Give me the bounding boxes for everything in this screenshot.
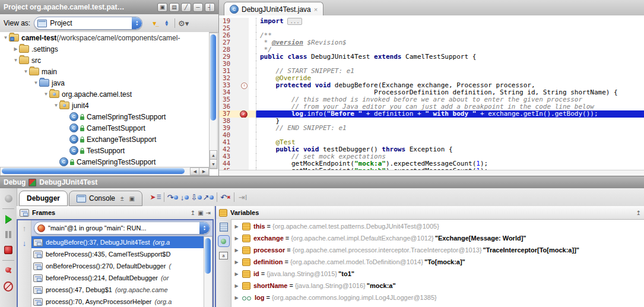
fold-column[interactable]	[249, 132, 256, 139]
auto-variables-mode-icon[interactable]	[218, 235, 230, 247]
editor-tab[interactable]: C DebugJUnit4Test.java ×	[224, 2, 323, 16]
frame-row[interactable]: process():47, Debug$1 (org.apache.came	[31, 284, 205, 296]
code-area[interactable]: 19import ...2526/**27 * @version $Revisi…	[219, 15, 644, 170]
fold-column[interactable]	[249, 18, 256, 25]
fold-column[interactable]	[249, 25, 256, 32]
variable-row[interactable]: ▶definition = {org.apache.camel.model.To…	[231, 256, 644, 268]
fold-column[interactable]	[249, 125, 256, 132]
fold-column[interactable]	[249, 46, 256, 53]
float-window-icon[interactable]: ▣	[157, 3, 167, 12]
frames-float-icon[interactable]: ▣	[198, 210, 203, 216]
minimize-icon[interactable]: ─	[193, 3, 203, 12]
code-line[interactable]: 19import ...	[219, 18, 644, 25]
expand-triangle-icon[interactable]: ▶	[234, 283, 239, 289]
mute-breakpoints-icon[interactable]	[4, 281, 13, 291]
hide-icon[interactable]: ┤	[205, 3, 215, 12]
dropdown-stepper-icon[interactable]: ▲▼	[132, 17, 142, 29]
evaluate-expression-icon[interactable]	[219, 222, 229, 232]
tree-expand-arrow-icon[interactable]: ▼	[12, 58, 19, 63]
tree-expand-arrow-icon[interactable]: ▼	[2, 35, 9, 40]
run-to-cursor-icon[interactable]: ⇥I	[237, 191, 249, 203]
code-line[interactable]: 37✔ log.info("Before " + definition + " …	[219, 110, 644, 118]
fold-column[interactable]	[249, 61, 256, 68]
pop-frame-icon[interactable]: ↶✖	[220, 191, 231, 203]
view-breakpoints-icon[interactable]	[4, 266, 13, 276]
tree-expand-arrow-icon[interactable]: ▼	[33, 80, 39, 86]
pause-icon[interactable]	[4, 230, 13, 239]
expand-triangle-icon[interactable]: ▶	[234, 224, 239, 229]
expand-triangle-icon[interactable]: ▶	[234, 271, 239, 277]
expand-triangle-icon[interactable]: ▶	[234, 236, 239, 241]
frame-down-icon[interactable]: ↓	[23, 239, 27, 248]
fold-column[interactable]	[249, 75, 256, 82]
frames-dock-icon[interactable]: ↥	[191, 210, 195, 216]
fold-column[interactable]	[249, 139, 256, 146]
view-as-dropdown[interactable]: Project ▲▼	[34, 17, 142, 30]
variable-row[interactable]: ▶this = {org.apache.camel.test.patterns.…	[231, 220, 644, 232]
fold-column[interactable]	[249, 110, 256, 118]
fold-column[interactable]	[249, 160, 256, 167]
tree-hscrollbar[interactable]: ◀ ▶	[0, 167, 210, 176]
variable-row[interactable]: ▶exchange = {org.apache.camel.impl.Defau…	[231, 232, 644, 244]
watches-panel-icon[interactable]: a	[219, 251, 229, 260]
tree-expand-arrow-icon[interactable]: ▼	[23, 69, 29, 74]
variable-row[interactable]: ▶id = {java.lang.String@1015}"to1"	[231, 268, 644, 280]
frame-row[interactable]: beforeProcess():214, DefaultDebugger (or	[31, 272, 205, 284]
variable-row[interactable]: ▶processor = {org.apache.camel.processor…	[231, 244, 644, 256]
step-into-icon[interactable]: ↓	[179, 191, 191, 203]
tree-collapsed-arrow-icon[interactable]: ▶	[12, 46, 19, 52]
tree-item[interactable]: ▼main	[0, 66, 209, 77]
code-line[interactable]: 29public class DebugJUnit4Test extends C…	[219, 53, 644, 61]
fold-column[interactable]	[249, 32, 256, 39]
frame-row[interactable]: onBeforeProcess():270, DefaultDebugger (	[31, 260, 205, 272]
expand-triangle-icon[interactable]: ▶	[234, 259, 239, 265]
tree-item[interactable]: CTestSupport	[0, 145, 209, 156]
tree-item[interactable]: ▼java	[0, 77, 209, 88]
fold-column[interactable]	[249, 68, 256, 75]
thread-stepper-icon[interactable]: ▲▼	[199, 222, 210, 234]
step-over-icon[interactable]: ↷	[167, 191, 179, 203]
show-execution-point-icon[interactable]: ➤	[150, 191, 161, 203]
console-float-icon[interactable]: ▣	[129, 195, 135, 202]
fold-column[interactable]	[249, 146, 256, 153]
variable-row[interactable]: ▶shortName = {java.lang.String@1016}"moc…	[231, 280, 644, 292]
frame-row[interactable]: debugBefore():37, DebugJUnit4Test (org.a	[31, 236, 205, 248]
tree-item[interactable]: CExchangeTestSupport	[0, 134, 209, 145]
tree-item[interactable]: CCamelSpringTestSupport	[0, 111, 209, 122]
frames-hide-icon[interactable]: ⇥	[206, 210, 211, 216]
frame-up-icon[interactable]: ↑	[23, 224, 27, 233]
frames-vscrollbar[interactable]	[204, 236, 212, 307]
code-line[interactable]: 25	[219, 25, 644, 32]
fold-column[interactable]	[249, 118, 256, 125]
breakpoint-icon[interactable]: ✔	[240, 110, 248, 118]
tree-item[interactable]: ▼camel-test (/workspace/camel/components…	[0, 32, 209, 43]
fold-column[interactable]	[249, 103, 256, 110]
thread-dropdown[interactable]: "main"@1 in group "main": RUN... ▲▼	[34, 221, 210, 235]
fold-column[interactable]	[249, 96, 256, 103]
console-export-icon[interactable]: ±	[120, 195, 124, 202]
fold-column[interactable]	[249, 89, 256, 96]
editor-hscrollbar[interactable]	[219, 170, 644, 176]
tree-item[interactable]: CCamelTestSupport	[0, 122, 209, 134]
expand-all-icon[interactable]: ▼̲	[148, 17, 160, 29]
settings-gear-icon[interactable]: ⚙▾	[177, 17, 189, 29]
tree-vscrollbar[interactable]: ▲ ▼	[209, 33, 218, 169]
code-line[interactable]: 39 // END SNIPPET: e1	[219, 125, 644, 132]
fold-column[interactable]	[249, 53, 256, 61]
stop-icon[interactable]	[4, 245, 13, 255]
step-out-icon[interactable]: ↗	[202, 191, 214, 203]
tree-item[interactable]: ▼org.apache.camel.test	[0, 88, 209, 100]
fold-column[interactable]	[249, 82, 256, 89]
fold-column[interactable]	[249, 39, 256, 46]
tree-item[interactable]: CCamelSpringTestSupport	[0, 156, 209, 167]
tree-item[interactable]: ▼src	[0, 55, 209, 66]
expand-triangle-icon[interactable]: ▶	[234, 248, 239, 253]
tree-expand-arrow-icon[interactable]: ▼	[43, 91, 49, 97]
tab-debugger[interactable]: Debugger	[19, 191, 68, 206]
frame-row[interactable]: beforeProcess():435, CamelTestSupport$D	[31, 248, 205, 260]
tab-close-icon[interactable]: ×	[314, 6, 318, 13]
dock-icon[interactable]: ▤	[169, 3, 179, 12]
code-line[interactable]: 27 * @version $Revision$	[219, 39, 644, 46]
resume-icon[interactable]	[4, 214, 13, 224]
variables-dock-icon[interactable]: ↥	[636, 210, 641, 216]
